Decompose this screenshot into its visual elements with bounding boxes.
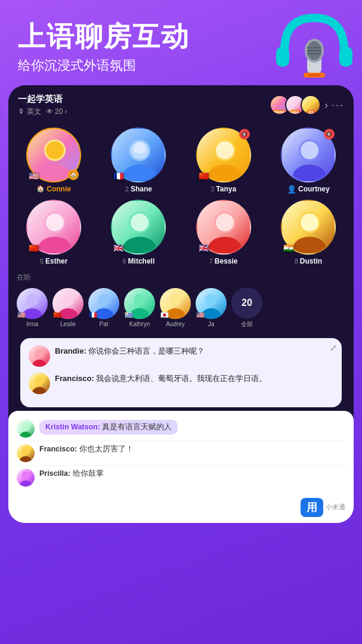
svg-point-55 (20, 456, 32, 462)
speaker-name-courtney: Courtney (298, 185, 330, 193)
listener-leslie[interactable]: 🇨🇳 Leslie (52, 288, 83, 327)
svg-point-12 (46, 141, 64, 159)
speaker-mitchell[interactable]: 🇬🇧 6 Mitchell (99, 200, 178, 265)
comment-text-francisco-2: Francisco: 你也太厉害了！ (39, 444, 134, 455)
flag-bessie: 🇬🇧 (199, 244, 209, 252)
flag-mitchell: 🇬🇧 (113, 244, 123, 252)
chevron-views-icon: › (64, 107, 67, 116)
badge-1: 9999 (273, 110, 287, 115)
chat-avatar-brandie (29, 345, 50, 367)
comments-section: Kristin Watson: 真是有语言天赋的人 Francisco: 你也太… (8, 411, 354, 523)
flag-irma: 🇺🇸 (17, 312, 26, 318)
speaker-name-row-dustin: 8 Dustin (295, 257, 322, 265)
speaker-courtney[interactable]: 🔇 👤 Courtney (269, 128, 348, 194)
svg-point-54 (21, 447, 30, 455)
svg-point-56 (21, 471, 30, 479)
room-info: 一起学英语 🎙 英文 👁 20 › (18, 94, 67, 117)
speakers-section: 🇺🇸 🏠 🏠 Connie (8, 122, 354, 269)
brand-box: 用 (301, 498, 323, 517)
svg-point-34 (293, 237, 326, 255)
svg-point-29 (131, 213, 148, 231)
speaker-dustin[interactable]: 🇮🇳 8 Dustin (269, 200, 348, 265)
rank-bessie: 7 (209, 258, 213, 265)
speaker-avatar-wrap-courtney: 🔇 (281, 128, 336, 182)
flag-esther: 🇨🇳 (29, 244, 39, 252)
speaker-bessie[interactable]: 🇬🇧 7 Bessie (184, 200, 263, 265)
svg-point-40 (98, 294, 110, 306)
speaker-name-row-bessie: 7 Bessie (209, 257, 238, 265)
room-meta: 🎙 英文 👁 20 › (18, 107, 67, 117)
chat-avatar-francisco (29, 373, 50, 394)
svg-point-25 (38, 237, 72, 255)
svg-point-36 (26, 294, 38, 306)
badge-2: 666 (289, 110, 301, 115)
svg-point-14 (123, 165, 156, 182)
svg-point-20 (216, 141, 234, 159)
speaker-tanya[interactable]: 🇨🇳 🔇 3 Tanya (184, 128, 263, 194)
headphone-mic-illustration (273, 6, 356, 89)
listener-pat[interactable]: 🇫🇷 Pat (88, 288, 119, 327)
listener-name-irma: Irma (26, 321, 38, 327)
brand-text: 小米通 (326, 503, 345, 512)
svg-point-48 (35, 349, 44, 358)
speaker-avatar-wrap-esther: 🇨🇳 (26, 200, 81, 255)
room-language: 🎙 英文 (18, 107, 41, 117)
avatar-stack: 9999 666 33 (270, 95, 321, 115)
comment-priscilla: Priscilla: 给你鼓掌 (17, 466, 345, 490)
speaker-name-row-esther: 5 Esther (40, 257, 67, 265)
flag-tanya: 🇨🇳 (199, 172, 209, 180)
more-count-text: 20 (242, 298, 252, 308)
expand-icon[interactable]: ⤢ (330, 343, 337, 352)
flag-dustin: 🇮🇳 (283, 244, 293, 252)
svg-point-31 (208, 237, 242, 255)
speaker-connie[interactable]: 🇺🇸 🏠 🏠 Connie (14, 128, 93, 194)
comment-francisco-2: Francisco: 你也太厉害了！ (17, 441, 345, 466)
more-button[interactable]: 20 全部 (231, 287, 262, 329)
speaker-avatar-wrap-tanya: 🇨🇳 🔇 (196, 128, 251, 182)
listener-kathryn[interactable]: 🇺🇾 Kathryn (124, 288, 155, 327)
header-chevron-icon[interactable]: › (324, 99, 328, 112)
speaker-avatar-wrap-connie: 🇺🇸 🏠 (26, 128, 81, 182)
more-label-text: 全部 (241, 320, 253, 329)
svg-point-51 (32, 387, 47, 394)
comment-name-francisco-2: Francisco: (39, 445, 79, 453)
speaker-name-row-mitchell: 6 Mitchell (122, 257, 154, 265)
listener-name-pat: Pat (99, 321, 108, 327)
eye-icon: 👁 (46, 107, 53, 116)
room-card: 一起学英语 🎙 英文 👁 20 › 9999 666 (8, 85, 354, 523)
speaker-shane[interactable]: 🇫🇷 2 Shane (99, 128, 178, 194)
comment-highlighted-kristin: Kristin Watson: 真是有语言天赋的人 (39, 420, 178, 435)
listeners-label: 在听 (17, 273, 345, 283)
flag-kathryn: 🇺🇾 (125, 312, 133, 318)
svg-point-50 (35, 376, 44, 386)
speaker-name-row-courtney: 👤 Courtney (287, 185, 330, 194)
listener-name-audrey: Audrey (166, 321, 185, 327)
listener-name-leslie: Leslie (60, 321, 76, 327)
rank-esther: 5 (40, 258, 44, 265)
listener-avatar-wrap-audrey: 🇯🇵 (160, 288, 191, 319)
chat-content-francisco: Francisco: 我会说意大利语、葡萄牙语。我现在正在学日语。 (55, 373, 333, 385)
listener-avatar-wrap-irma: 🇺🇸 (17, 288, 48, 319)
svg-rect-9 (308, 74, 320, 76)
listener-audrey[interactable]: 🇯🇵 Audrey (160, 288, 191, 327)
comment-name-kristin: Kristin Watson: (45, 423, 102, 431)
header-more-icon[interactable]: ··· (332, 99, 344, 112)
listener-name-ja: Ja (208, 321, 215, 327)
comment-text-kristin: Kristin Watson: 真是有语言天赋的人 (39, 420, 178, 435)
speaker-name-mitchell: Mitchell (128, 257, 155, 265)
speaker-avatar-wrap-dustin: 🇮🇳 (281, 200, 336, 255)
host-marker-icon: 🏠 (36, 185, 45, 193)
listener-ja[interactable]: 🇺🇸 Ja (196, 288, 227, 327)
svg-point-32 (216, 213, 234, 231)
more-count-circle: 20 (231, 287, 262, 318)
rank-dustin: 8 (295, 258, 298, 265)
svg-point-38 (62, 294, 74, 306)
svg-point-26 (46, 213, 64, 231)
speaker-name-bessie: Bessie (215, 257, 238, 265)
speaker-esther[interactable]: 🇨🇳 5 Esther (14, 200, 93, 265)
chat-name-francisco: Francisco: (55, 374, 96, 383)
speaker-name-esther: Esther (45, 257, 67, 265)
comment-text-priscilla: Priscilla: 给你鼓掌 (39, 469, 104, 479)
room-header: 一起学英语 🎙 英文 👁 20 › 9999 666 (8, 85, 354, 122)
listener-irma[interactable]: 🇺🇸 Irma (17, 288, 48, 327)
